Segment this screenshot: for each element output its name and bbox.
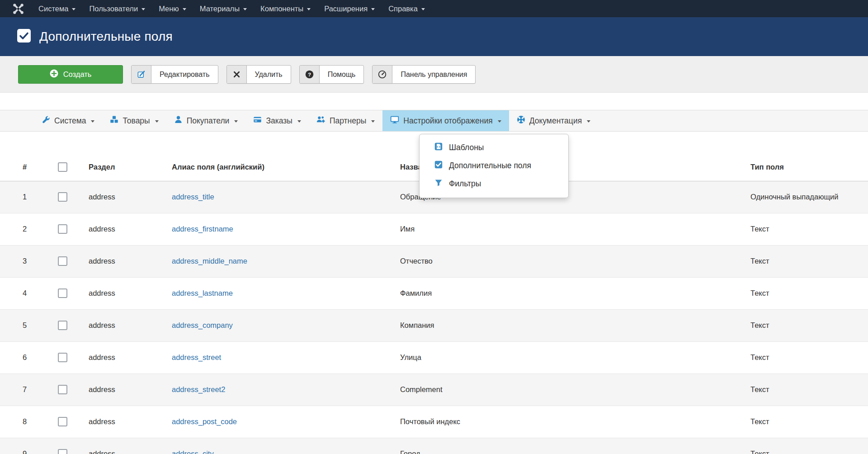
field-alias-link[interactable]: address_city (172, 449, 214, 454)
menu-content-label: Материалы (200, 5, 240, 13)
cubes-icon (110, 115, 118, 126)
tab-system[interactable]: Система (34, 110, 102, 131)
column-header-type: Тип поля (750, 154, 868, 181)
cell-type: Текст (750, 277, 868, 309)
row-checkbox[interactable] (58, 224, 67, 234)
cell-section: address (89, 213, 172, 245)
column-header-section: Раздел (89, 154, 172, 181)
menu-system[interactable]: Система (32, 0, 82, 17)
monitor-icon (390, 115, 399, 126)
menu-components[interactable]: Компоненты (254, 0, 317, 17)
svg-text:?: ? (308, 71, 311, 77)
delete-button-label: Удалить (247, 66, 291, 83)
dropdown-item-custom-fields[interactable]: Дополнительные поля (420, 156, 568, 175)
display-settings-dropdown: Шаблоны Дополнительные поля Фильтры (419, 134, 569, 198)
help-button[interactable]: ? Помощь (299, 65, 364, 84)
field-alias-link[interactable]: address_post_code (172, 417, 237, 426)
row-checkbox[interactable] (58, 417, 67, 426)
cell-type: Одиночный выпадающий (750, 181, 868, 213)
menu-help[interactable]: Справка (382, 0, 432, 17)
menu-system-label: Система (38, 5, 68, 13)
table-row: 8 address address_post_code Почтовый инд… (0, 406, 868, 438)
edit-button[interactable]: Редактировать (131, 65, 218, 84)
cell-section: address (89, 309, 172, 341)
row-checkbox[interactable] (58, 192, 67, 202)
chevron-down-icon (155, 120, 159, 123)
cell-section: address (89, 181, 172, 213)
chevron-down-icon (183, 8, 186, 10)
tab-customers-label: Покупатели (187, 116, 230, 126)
chevron-down-icon (371, 120, 375, 123)
tab-customers[interactable]: Покупатели (166, 110, 246, 131)
chevron-down-icon (498, 120, 501, 123)
cell-section: address (89, 277, 172, 309)
credit-card-icon (253, 115, 262, 126)
field-alias-link[interactable]: address_street (172, 353, 221, 361)
field-alias-link[interactable]: address_title (172, 193, 214, 201)
life-ring-icon (517, 115, 525, 126)
check-square-blue-icon (434, 161, 443, 171)
wrench-icon (42, 115, 50, 126)
cell-type: Текст (750, 213, 868, 245)
dropdown-item-filters[interactable]: Фильтры (420, 175, 568, 193)
row-number: 5 (0, 309, 58, 341)
row-number: 3 (0, 245, 58, 277)
tab-display-settings-label: Настройки отображения (403, 116, 492, 126)
delete-x-icon (227, 66, 247, 83)
chevron-down-icon (91, 120, 94, 123)
page-title: Дополнительные поля (39, 29, 173, 44)
cell-section: address (89, 438, 172, 454)
fields-table: # Раздел Алиас поля (английский) Названи… (0, 154, 868, 454)
tab-orders[interactable]: Заказы (245, 110, 308, 131)
field-alias-link[interactable]: address_middle_name (172, 257, 247, 265)
field-alias-link[interactable]: address_street2 (172, 385, 225, 393)
chevron-down-icon (371, 8, 375, 10)
tab-partners[interactable]: Партнеры (309, 110, 382, 131)
dropdown-item-templates[interactable]: Шаблоны (420, 138, 568, 156)
joomla-logo-icon[interactable] (12, 3, 24, 15)
row-number: 8 (0, 406, 58, 438)
select-all-checkbox[interactable] (58, 162, 67, 172)
cell-type: Текст (750, 406, 868, 438)
chevron-down-icon (234, 120, 238, 123)
table-row: 3 address address_middle_name Отчество Т… (0, 245, 868, 277)
create-button[interactable]: Создать (18, 65, 123, 84)
tab-documentation[interactable]: Документация (509, 110, 598, 131)
chevron-down-icon (297, 120, 301, 123)
column-header-alias: Алиас поля (английский) (172, 154, 400, 181)
menu-users[interactable]: Пользователи (82, 0, 152, 17)
menu-content[interactable]: Материалы (193, 0, 254, 17)
tab-partners-label: Партнеры (330, 116, 366, 126)
row-number: 7 (0, 374, 58, 406)
plus-circle-icon (50, 69, 58, 80)
row-checkbox[interactable] (58, 385, 67, 394)
menu-extensions[interactable]: Расширения (317, 0, 382, 17)
row-number: 6 (0, 341, 58, 374)
row-checkbox[interactable] (58, 256, 67, 266)
cell-section: address (89, 374, 172, 406)
row-checkbox[interactable] (58, 321, 67, 330)
row-checkbox[interactable] (58, 449, 67, 454)
cell-type: Текст (750, 374, 868, 406)
column-header-checkbox (58, 154, 89, 181)
row-checkbox[interactable] (58, 288, 67, 298)
menu-extensions-label: Расширения (324, 5, 368, 13)
delete-button[interactable]: Удалить (226, 65, 291, 84)
edit-icon (132, 66, 151, 83)
dashboard-button[interactable]: Панель управления (372, 65, 476, 84)
create-button-label: Создать (63, 70, 92, 79)
row-checkbox[interactable] (58, 353, 67, 362)
cell-name: Отчество (400, 245, 750, 277)
field-alias-link[interactable]: address_company (172, 321, 233, 329)
field-alias-link[interactable]: address_firstname (172, 225, 233, 233)
cell-name: Complement (400, 374, 750, 406)
chevron-down-icon (587, 120, 590, 123)
edit-button-label: Редактировать (151, 66, 218, 83)
field-alias-link[interactable]: address_lastname (172, 289, 233, 297)
users-gear-icon (316, 115, 326, 126)
menu-menus[interactable]: Меню (152, 0, 193, 17)
tab-products[interactable]: Товары (102, 110, 166, 131)
dashboard-button-label: Панель управления (392, 66, 475, 83)
tab-display-settings[interactable]: Настройки отображения (382, 110, 509, 131)
tab-orders-label: Заказы (266, 116, 292, 126)
